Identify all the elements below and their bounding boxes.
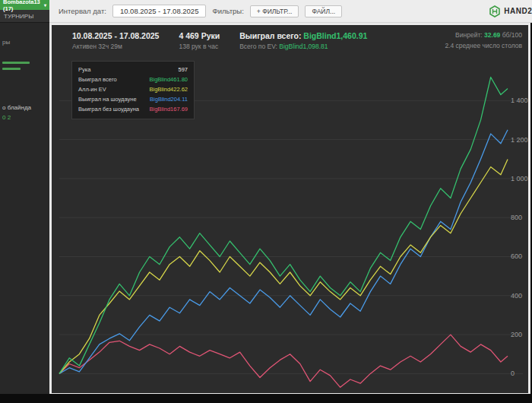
y-axis-tick-label: 600 [511,252,522,260]
file-button[interactable]: ФАЙЛ... [305,5,342,17]
report-date-range: 10.08.2025 - 17.08.2025 [72,31,159,40]
tooltip-row-value: BigBlind422.62 [150,84,188,94]
series-line-Выиграл на шоудауне [59,130,508,374]
winrate-unit: бб/100 [502,31,522,39]
caret-down-icon: ▾ [44,2,46,8]
add-filter-button[interactable]: + ФИЛЬТР... [250,5,299,17]
sidebar-item-value: 0 2 [2,114,11,121]
tooltip-row-label: Рука [78,65,90,75]
winrate-value: 32.69 [484,31,500,39]
tooltip-row: Выиграл на шоудаунеBigBlind204.11 [78,94,188,104]
filters-label: Фильтры: [212,7,243,15]
won-label: Выиграл всего: [239,31,301,40]
report-active-time: Активен 32ч 29м [72,43,159,50]
app-window: { "sidebar": { "account": { "label": "Bo… [0,0,532,403]
winrate-label: Винрейт: [455,31,483,39]
brand-name: HAND2NOTE [504,7,532,15]
y-axis-tick-label: 1 400 [511,97,528,104]
report-hands: 4 469 Руки [179,31,220,40]
avg-tables: 2.4 среднее число столов [445,42,522,49]
sidebar-green-text[interactable] [2,68,21,70]
header-hands-block: 4 469 Руки 138 рук в час [179,31,220,50]
toolbar: Интервал дат: 10.08.2025 - 17.08.2025 Фи… [49,0,532,23]
sidebar-item-blinds[interactable]: о блайнда [2,104,31,111]
y-axis-tick-label: 1 200 [511,136,528,144]
tooltip-row-label: Выиграл всего [78,75,117,84]
tooltip-row: Выиграл без шоудаунаBigBlind167.69 [78,104,188,114]
ev-label: Всего по EV: [239,43,277,50]
y-axis-tick-label: 1 000 [511,175,528,182]
brand: HAND2NOTE [489,5,532,17]
hand2note-logo-icon [489,5,501,17]
sidebar: Bombazota13 (17) ▾ ТУРНИРЫ ры о блайнда … [0,0,49,394]
header-date-block: 10.08.2025 - 17.08.2025 Активен 32ч 29м [72,31,159,50]
report-panel: 1 4001 2001 0008006004002000 10.08.2025 … [52,25,528,393]
report-header: 10.08.2025 - 17.08.2025 Активен 32ч 29м … [72,31,522,50]
content-area: 1 4001 2001 0008006004002000 10.08.2025 … [49,23,530,394]
sidebar-green-text[interactable] [2,62,30,64]
sidebar-item-truncated[interactable]: ры [2,39,10,46]
interval-label: Интервал дат: [59,7,106,15]
tooltip-row-label: Выиграл без шоудауна [78,104,139,114]
y-axis-tick-label: 200 [511,331,522,338]
ev-value: BigBlind1,098.81 [279,43,328,50]
tab-tournaments[interactable]: ТУРНИРЫ [0,10,49,23]
tooltip-row: Выиграл всегоBigBlind461.80 [78,75,188,84]
account-selector[interactable]: Bombazota13 (17) ▾ [0,0,49,10]
y-axis-tick-label: 400 [511,292,522,300]
y-axis-tick-label: 0 [511,370,515,377]
tooltip-row-label: Выиграл на шоудауне [78,94,137,104]
chart-tooltip: Рука597Выиграл всегоBigBlind461.80Алл-ин… [71,61,195,119]
tooltip-row-value: BigBlind204.11 [150,94,188,104]
series-line-Всего по EV [59,160,508,374]
account-name: Bombazota13 (17) [3,0,44,12]
tooltip-row: Алл-ин EVBigBlind422.62 [78,84,188,94]
tooltip-row-label: Алл-ин EV [78,84,106,94]
tooltip-row-value: BigBlind167.69 [150,104,188,114]
series-line-Выиграл без шоудауна [59,335,508,387]
tooltip-row-value: 597 [178,65,188,75]
date-range-input[interactable]: 10.08.2025 - 17.08.2025 [112,5,207,17]
tooltip-row-value: BigBlind461.80 [150,75,188,84]
y-axis-tick-label: 800 [511,214,522,221]
report-hands-per-hour: 138 рук в час [179,43,220,50]
header-winnings-block: Выиграл всего: BigBlind1,460.91 Всего по… [239,31,367,50]
header-winrate-block: Винрейт: 32.69 бб/100 2.4 среднее число … [445,31,522,50]
tooltip-row: Рука597 [78,65,188,75]
won-value: BigBlind1,460.91 [303,31,367,40]
